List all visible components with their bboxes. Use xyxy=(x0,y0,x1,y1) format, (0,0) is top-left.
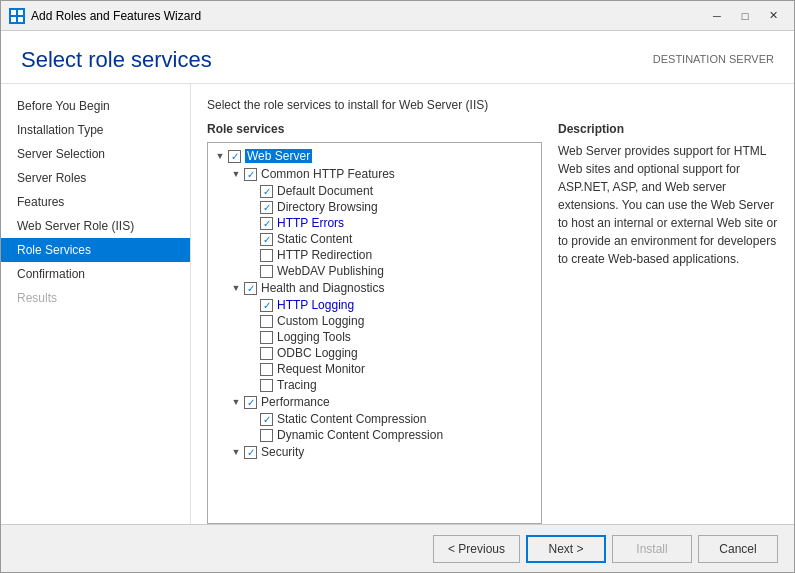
checkbox-logging-tools[interactable] xyxy=(260,331,273,344)
sidebar: Before You Begin Installation Type Serve… xyxy=(1,84,191,524)
checkbox-performance[interactable] xyxy=(244,396,257,409)
instruction-text: Select the role services to install for … xyxy=(207,98,778,112)
tree-item-default-doc[interactable]: Default Document xyxy=(208,183,541,199)
tree-item-request-monitor[interactable]: Request Monitor xyxy=(208,361,541,377)
checkbox-security[interactable] xyxy=(244,446,257,459)
checkbox-static-content[interactable] xyxy=(260,233,273,246)
svg-rect-2 xyxy=(11,17,16,22)
description-text: Web Server provides support for HTML Web… xyxy=(558,142,778,268)
tree-item-http-logging[interactable]: HTTP Logging xyxy=(208,297,541,313)
checkbox-health-diag[interactable] xyxy=(244,282,257,295)
tree-item-webdav[interactable]: WebDAV Publishing xyxy=(208,263,541,279)
minimize-button[interactable]: ─ xyxy=(704,5,730,27)
svg-rect-0 xyxy=(11,10,16,15)
role-services-column: Role services ▼ Web Server ▼ Common H xyxy=(207,122,542,524)
expand-icon-health-diag[interactable]: ▼ xyxy=(228,280,244,296)
tree-item-static-content[interactable]: Static Content xyxy=(208,231,541,247)
checkbox-web-server[interactable] xyxy=(228,150,241,163)
label-health-diag: Health and Diagnostics xyxy=(261,281,384,295)
content-columns: Role services ▼ Web Server ▼ Common H xyxy=(207,122,778,524)
tree-item-static-compress[interactable]: Static Content Compression xyxy=(208,411,541,427)
tree-item-http-redirect[interactable]: HTTP Redirection xyxy=(208,247,541,263)
expand-icon-security[interactable]: ▼ xyxy=(228,444,244,460)
label-security: Security xyxy=(261,445,304,459)
tree-item-performance[interactable]: ▼ Performance xyxy=(208,393,541,411)
close-button[interactable]: ✕ xyxy=(760,5,786,27)
label-dynamic-compress: Dynamic Content Compression xyxy=(277,428,443,442)
label-static-compress: Static Content Compression xyxy=(277,412,426,426)
sidebar-item-role-services[interactable]: Role Services xyxy=(1,238,190,262)
checkbox-odbc-logging[interactable] xyxy=(260,347,273,360)
maximize-button[interactable]: □ xyxy=(732,5,758,27)
sidebar-item-server-selection[interactable]: Server Selection xyxy=(1,142,190,166)
checkbox-dynamic-compress[interactable] xyxy=(260,429,273,442)
tree-item-dynamic-compress[interactable]: Dynamic Content Compression xyxy=(208,427,541,443)
tree-item-dir-browsing[interactable]: Directory Browsing xyxy=(208,199,541,215)
checkbox-http-logging[interactable] xyxy=(260,299,273,312)
cancel-button[interactable]: Cancel xyxy=(698,535,778,563)
checkbox-webdav[interactable] xyxy=(260,265,273,278)
tree-item-common-http[interactable]: ▼ Common HTTP Features xyxy=(208,165,541,183)
content-area: Before You Begin Installation Type Serve… xyxy=(1,84,794,524)
checkbox-common-http[interactable] xyxy=(244,168,257,181)
expand-icon-common-http[interactable]: ▼ xyxy=(228,166,244,182)
tree-item-web-server[interactable]: ▼ Web Server xyxy=(208,147,541,165)
label-logging-tools: Logging Tools xyxy=(277,330,351,344)
label-http-logging: HTTP Logging xyxy=(277,298,354,312)
window-controls: ─ □ ✕ xyxy=(704,5,786,27)
tree-item-tracing[interactable]: Tracing xyxy=(208,377,541,393)
checkbox-custom-logging[interactable] xyxy=(260,315,273,328)
sidebar-item-before-you-begin[interactable]: Before You Begin xyxy=(1,94,190,118)
svg-rect-1 xyxy=(18,10,23,15)
app-icon xyxy=(9,8,25,24)
checkbox-dir-browsing[interactable] xyxy=(260,201,273,214)
checkbox-static-compress[interactable] xyxy=(260,413,273,426)
label-custom-logging: Custom Logging xyxy=(277,314,364,328)
tree-item-logging-tools[interactable]: Logging Tools xyxy=(208,329,541,345)
label-web-server[interactable]: Web Server xyxy=(245,149,312,163)
expand-icon-web-server[interactable]: ▼ xyxy=(212,148,228,164)
tree-item-health-diag[interactable]: ▼ Health and Diagnostics xyxy=(208,279,541,297)
next-button[interactable]: Next > xyxy=(526,535,606,563)
label-odbc-logging: ODBC Logging xyxy=(277,346,358,360)
checkbox-http-errors[interactable] xyxy=(260,217,273,230)
tree-item-http-errors[interactable]: HTTP Errors xyxy=(208,215,541,231)
install-button[interactable]: Install xyxy=(612,535,692,563)
previous-button[interactable]: < Previous xyxy=(433,535,520,563)
checkbox-request-monitor[interactable] xyxy=(260,363,273,376)
label-http-redirect: HTTP Redirection xyxy=(277,248,372,262)
label-default-doc: Default Document xyxy=(277,184,373,198)
label-webdav: WebDAV Publishing xyxy=(277,264,384,278)
label-static-content: Static Content xyxy=(277,232,352,246)
description-column: Description Web Server provides support … xyxy=(558,122,778,524)
page-header: Select role services DESTINATION SERVER xyxy=(1,31,794,84)
label-tracing: Tracing xyxy=(277,378,317,392)
tree-item-custom-logging[interactable]: Custom Logging xyxy=(208,313,541,329)
tree-item-odbc-logging[interactable]: ODBC Logging xyxy=(208,345,541,361)
label-request-monitor: Request Monitor xyxy=(277,362,365,376)
label-common-http: Common HTTP Features xyxy=(261,167,395,181)
destination-server-label: DESTINATION SERVER xyxy=(653,53,774,65)
description-header: Description xyxy=(558,122,778,136)
sidebar-item-results: Results xyxy=(1,286,190,310)
sidebar-item-installation-type[interactable]: Installation Type xyxy=(1,118,190,142)
checkbox-default-doc[interactable] xyxy=(260,185,273,198)
expand-icon-performance[interactable]: ▼ xyxy=(228,394,244,410)
tree-item-security[interactable]: ▼ Security xyxy=(208,443,541,461)
svg-rect-3 xyxy=(18,17,23,22)
sidebar-item-server-roles[interactable]: Server Roles xyxy=(1,166,190,190)
sidebar-item-features[interactable]: Features xyxy=(1,190,190,214)
tree-view[interactable]: ▼ Web Server ▼ Common HTTP Features xyxy=(207,142,542,524)
sidebar-item-confirmation[interactable]: Confirmation xyxy=(1,262,190,286)
checkbox-tracing[interactable] xyxy=(260,379,273,392)
label-http-errors: HTTP Errors xyxy=(277,216,344,230)
label-dir-browsing: Directory Browsing xyxy=(277,200,378,214)
wizard-window: Add Roles and Features Wizard ─ □ ✕ Sele… xyxy=(0,0,795,573)
main-content: Select the role services to install for … xyxy=(191,84,794,524)
window-title: Add Roles and Features Wizard xyxy=(31,9,704,23)
wizard-footer: < Previous Next > Install Cancel xyxy=(1,524,794,572)
checkbox-http-redirect[interactable] xyxy=(260,249,273,262)
sidebar-item-web-server-role[interactable]: Web Server Role (IIS) xyxy=(1,214,190,238)
title-bar: Add Roles and Features Wizard ─ □ ✕ xyxy=(1,1,794,31)
role-services-header: Role services xyxy=(207,122,542,136)
